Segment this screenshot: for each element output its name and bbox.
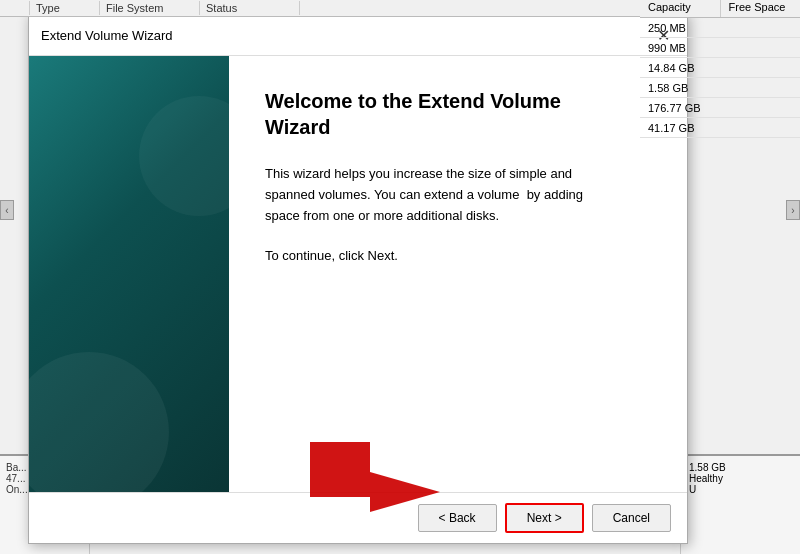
capacity-5: 176.77 GB (640, 102, 720, 114)
col-header-type: Type (30, 1, 100, 15)
right-row-6: 41.17 GB (640, 118, 800, 138)
freespace-col-header: Free Space (721, 0, 801, 17)
capacity-col-header: Capacity (640, 0, 721, 17)
col-header-status: Status (200, 1, 300, 15)
dialog-titlebar: Extend Volume Wizard ✕ (29, 15, 687, 56)
capacity-1: 250 MB (640, 22, 720, 34)
capacity-3: 14.84 GB (640, 62, 720, 74)
capacity-4: 1.58 GB (640, 82, 720, 94)
col-header-empty (0, 1, 30, 15)
right-row-5: 176.77 GB (640, 98, 800, 118)
cancel-button[interactable]: Cancel (592, 504, 671, 532)
dialog-content-area: Welcome to the Extend VolumeWizard This … (229, 56, 687, 492)
right-capacity-panel: Capacity Free Space 250 MB 990 MB 14.84 … (640, 0, 800, 138)
next-button[interactable]: Next > (505, 503, 584, 533)
right-header: Capacity Free Space (640, 0, 800, 18)
disk-size-right: 1.58 GB (689, 462, 792, 473)
dialog-description: This wizard helps you increase the size … (265, 164, 651, 226)
disk-flag-right: U (689, 484, 792, 495)
dialog-title: Extend Volume Wizard (41, 28, 651, 43)
capacity-2: 990 MB (640, 42, 720, 54)
dialog-body: Welcome to the Extend VolumeWizard This … (29, 56, 687, 492)
disk-status-right: Healthy (689, 473, 792, 484)
right-row-4: 1.58 GB (640, 78, 800, 98)
left-scroll-arrow[interactable]: ‹ (0, 200, 14, 220)
right-scroll-arrow[interactable]: › (786, 200, 800, 220)
capacity-6: 41.17 GB (640, 122, 720, 134)
right-row-3: 14.84 GB (640, 58, 800, 78)
right-row-2: 990 MB (640, 38, 800, 58)
back-button[interactable]: < Back (418, 504, 497, 532)
disk-info-right: 1.58 GB Healthy U (680, 454, 800, 554)
dialog-banner-image (29, 56, 229, 492)
dialog-instruction: To continue, click Next. (265, 246, 651, 267)
dialog-heading: Welcome to the Extend VolumeWizard (265, 88, 651, 140)
col-header-fs: File System (100, 1, 200, 15)
dialog-footer: < Back Next > Cancel (29, 492, 687, 543)
right-row-1: 250 MB (640, 18, 800, 38)
extend-volume-wizard-dialog: Extend Volume Wizard ✕ Welcome to the Ex… (28, 14, 688, 544)
